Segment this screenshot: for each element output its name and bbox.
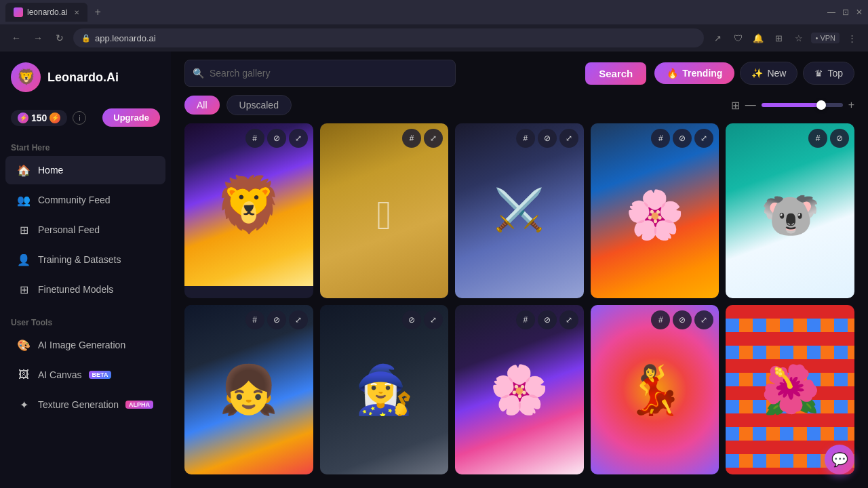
image-dark-woman xyxy=(320,305,449,474)
edit-btn-8[interactable]: ⊘ xyxy=(538,310,557,329)
sidebar-item-training[interactable]: 👤 Training & Datasets xyxy=(5,245,165,274)
expand-btn-6[interactable]: ⤢ xyxy=(289,310,308,329)
sidebar-item-texture-gen[interactable]: ✦ Texture Generation ALPHA xyxy=(5,390,165,419)
card-actions-5: # ⊘ xyxy=(808,129,849,148)
shield-icon[interactable]: 🛡 xyxy=(730,30,746,46)
sidebar: 🦁 Leonardo.Ai ⚡ 150 ⚡ i Upgrade Start He… xyxy=(0,52,171,488)
image-card-2[interactable]: # ⤢ xyxy=(320,123,449,298)
home-icon: 🏠 xyxy=(16,163,31,178)
reload-btn[interactable]: ↻ xyxy=(52,30,68,46)
sidebar-item-ai-image[interactable]: 🎨 AI Image Generation xyxy=(5,331,165,359)
edit-btn-4[interactable]: ⊘ xyxy=(673,129,692,148)
image-card-1[interactable]: # ⊘ ⤢ xyxy=(184,123,313,298)
close-btn[interactable]: ✕ xyxy=(856,7,863,17)
image-card-5[interactable]: # ⊘ xyxy=(726,123,854,298)
sparkle-icon: ✨ xyxy=(751,68,763,79)
remix-btn-8[interactable]: # xyxy=(516,310,535,329)
search-input[interactable] xyxy=(184,60,456,87)
active-tab[interactable]: leonardo.ai ✕ xyxy=(5,3,87,22)
ai-canvas-icon: 🖼 xyxy=(16,367,31,382)
search-button[interactable]: Search xyxy=(585,62,646,85)
credits-row: ⚡ 150 ⚡ i Upgrade xyxy=(0,103,171,138)
info-btn[interactable]: i xyxy=(73,111,86,125)
sidebar-community-label: Community Feed xyxy=(38,195,111,205)
expand-btn-3[interactable]: ⤢ xyxy=(559,129,578,148)
credits-value: 150 xyxy=(31,113,47,123)
sidebar-item-ai-canvas[interactable]: 🖼 AI Canvas BETA xyxy=(5,361,165,389)
new-tab-btn[interactable]: + xyxy=(90,6,104,18)
image-card-8[interactable]: # ⊘ ⤢ xyxy=(455,305,584,474)
share-icon[interactable]: ↗ xyxy=(709,30,726,46)
lightning-icon: ⚡ xyxy=(50,113,60,123)
sidebar-item-community-feed[interactable]: 👥 Community Feed xyxy=(5,186,165,214)
image-card-6[interactable]: # ⊘ ⤢ xyxy=(184,305,313,474)
address-bar[interactable]: 🔒 app.leonardo.ai xyxy=(73,28,704,47)
edit-btn-1[interactable]: ⊘ xyxy=(267,129,286,148)
expand-btn-4[interactable]: ⤢ xyxy=(694,129,713,148)
minimize-btn[interactable]: — xyxy=(827,7,835,17)
upscaled-filter-btn[interactable]: Upscaled xyxy=(226,95,292,115)
remix-btn-2[interactable]: # xyxy=(402,129,421,148)
edit-btn-5[interactable]: ⊘ xyxy=(830,129,849,148)
expand-btn-2[interactable]: ⤢ xyxy=(424,129,443,148)
zoom-slider[interactable] xyxy=(762,103,843,107)
maximize-btn[interactable]: ⊡ xyxy=(842,7,849,17)
sidebar-item-personal-feed[interactable]: ⊞ Personal Feed xyxy=(5,216,165,244)
zoom-handle[interactable] xyxy=(816,100,826,110)
sidebar-personal-label: Personal Feed xyxy=(38,224,100,235)
edit-btn-6[interactable]: ⊘ xyxy=(267,310,286,329)
image-pink-girl xyxy=(455,305,584,474)
remix-btn-3[interactable]: # xyxy=(516,129,535,148)
menu-icon[interactable]: ⋮ xyxy=(844,30,860,46)
personal-icon: ⊞ xyxy=(16,222,31,237)
expand-btn-8[interactable]: ⤢ xyxy=(559,310,578,329)
crown-icon: ♛ xyxy=(814,68,823,79)
chat-button[interactable]: 💬 xyxy=(825,445,854,474)
expand-btn-1[interactable]: ⤢ xyxy=(289,129,308,148)
top-bar: 🔍 Search 🔥 Trending ✨ New ♛ Top xyxy=(171,52,868,95)
zoom-out-btn[interactable]: — xyxy=(745,99,756,111)
zoom-in-btn[interactable]: + xyxy=(848,99,854,111)
remix-btn-1[interactable]: # xyxy=(245,129,264,148)
sidebar-item-finetuned[interactable]: ⊞ Finetuned Models xyxy=(5,275,165,304)
expand-btn-9[interactable]: ⤢ xyxy=(694,310,713,329)
card-actions-9: # ⊘ ⤢ xyxy=(651,310,713,329)
image-card-3[interactable]: # ⊘ ⤢ xyxy=(455,123,584,298)
tab-close-btn[interactable]: ✕ xyxy=(74,9,79,16)
user-tools-label: User Tools xyxy=(0,312,171,330)
bookmark-icon[interactable]: ☆ xyxy=(791,30,807,46)
grid-view-btn[interactable]: ⊞ xyxy=(731,99,740,112)
browser-actions: ↗ 🛡 🔔 ⊞ ☆ • VPN ⋮ xyxy=(709,30,860,46)
image-hieroglyphs xyxy=(320,123,449,298)
remix-btn-9[interactable]: # xyxy=(651,310,670,329)
tab-bar: leonardo.ai ✕ + — ⊡ ✕ xyxy=(0,0,868,24)
sidebar-ai-image-label: AI Image Generation xyxy=(38,340,125,350)
image-card-7[interactable]: ⊘ ⤢ xyxy=(320,305,449,474)
image-card-4[interactable]: # ⊘ ⤢ xyxy=(591,123,719,298)
sidebar-home-label: Home xyxy=(38,165,63,176)
image-anime-girl xyxy=(184,305,313,474)
forward-btn[interactable]: → xyxy=(30,30,46,46)
notification-icon[interactable]: 🔔 xyxy=(750,30,766,46)
image-card-9[interactable]: # ⊘ ⤢ xyxy=(591,305,719,474)
edit-btn-3[interactable]: ⊘ xyxy=(538,129,557,148)
remix-btn-5[interactable]: # xyxy=(808,129,827,148)
sidebar-item-home[interactable]: 🏠 Home xyxy=(5,156,165,184)
flame-icon: 🔥 xyxy=(667,68,678,79)
back-btn[interactable]: ← xyxy=(8,30,24,46)
trending-button[interactable]: 🔥 Trending xyxy=(654,62,734,84)
remix-btn-4[interactable]: # xyxy=(651,129,670,148)
alpha-badge: ALPHA xyxy=(125,401,153,409)
sidebar-toggle-icon[interactable]: ⊞ xyxy=(770,30,787,46)
new-button[interactable]: ✨ New xyxy=(740,62,797,85)
edit-btn-9[interactable]: ⊘ xyxy=(673,310,692,329)
credits-badge: ⚡ 150 ⚡ xyxy=(11,110,67,126)
top-button[interactable]: ♛ Top xyxy=(803,62,854,85)
remix-btn-6[interactable]: # xyxy=(245,310,264,329)
tab-favicon xyxy=(14,7,23,17)
top-label: Top xyxy=(827,68,843,79)
edit-btn-7[interactable]: ⊘ xyxy=(402,310,421,329)
expand-btn-7[interactable]: ⤢ xyxy=(424,310,443,329)
upgrade-button[interactable]: Upgrade xyxy=(102,108,160,127)
all-filter-btn[interactable]: All xyxy=(184,96,220,115)
